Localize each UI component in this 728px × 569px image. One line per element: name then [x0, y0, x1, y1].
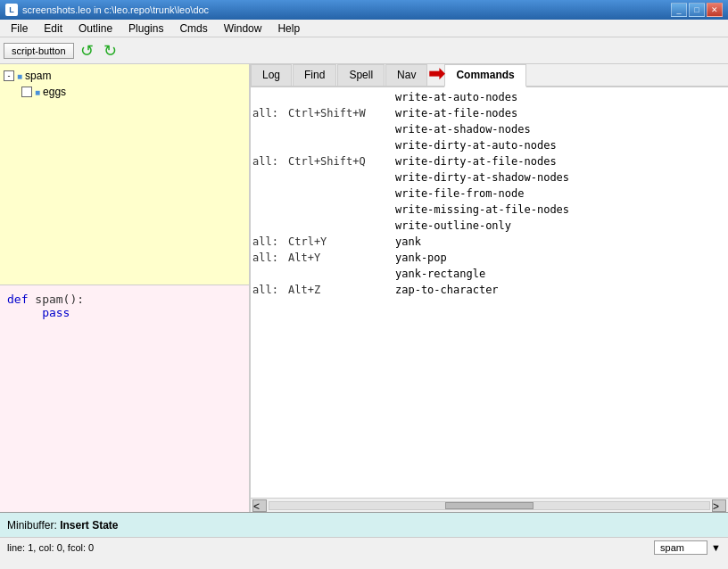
- close-button[interactable]: ✕: [707, 3, 723, 17]
- cmd-name: write-missing-at-file-nodes: [395, 202, 569, 218]
- scrollbar-thumb[interactable]: [445, 502, 534, 509]
- cmd-mode: all:: [252, 105, 288, 121]
- cmd-mode: [252, 169, 288, 186]
- body-line-2: pass: [7, 306, 242, 319]
- scroll-left-btn[interactable]: <: [252, 499, 267, 512]
- tree-node-spam[interactable]: - ■ spam: [4, 68, 245, 84]
- left-panel: - ■ spam ■ eggs def spam(): pass: [0, 64, 250, 512]
- command-row[interactable]: all:Ctrl+Shift+Qwrite-dirty-at-file-node…: [252, 153, 726, 169]
- tab-nav[interactable]: Nav: [385, 64, 427, 86]
- command-row[interactable]: write-file-from-node: [252, 186, 726, 202]
- command-row[interactable]: all:Ctrl+Shift+Wwrite-at-file-nodes: [252, 105, 726, 121]
- title-bar-text: screenshots.leo in c:\leo.repo\trunk\leo…: [22, 4, 209, 15]
- cmd-key: [288, 186, 395, 202]
- cmd-name: write-at-shadow-nodes: [395, 121, 531, 137]
- cmd-mode: [252, 186, 288, 202]
- cmd-mode: all:: [252, 234, 288, 250]
- minimize-button[interactable]: _: [671, 3, 687, 17]
- body-indent: [7, 306, 35, 319]
- tab-spell[interactable]: Spell: [337, 64, 385, 86]
- keyword-def: def: [7, 293, 28, 306]
- menu-cmds[interactable]: Cmds: [172, 21, 214, 37]
- menu-outline[interactable]: Outline: [71, 21, 120, 37]
- cmd-key: [288, 89, 395, 105]
- tab-commands[interactable]: Commands: [444, 64, 525, 87]
- title-bar-controls[interactable]: _ □ ✕: [671, 3, 723, 17]
- cmd-name: yank-rectangle: [395, 266, 485, 282]
- cmd-mode: all:: [252, 153, 288, 169]
- cmd-mode: all:: [252, 250, 288, 266]
- commands-list: write-at-auto-nodesall:Ctrl+Shift+Wwrite…: [252, 89, 726, 298]
- status-scroll-indicator: ▼: [711, 542, 721, 553]
- status-position: line: 1, col: 0, fcol: 0: [7, 542, 94, 553]
- forward-button[interactable]: ↻: [101, 41, 120, 61]
- cmd-mode: [252, 266, 288, 282]
- cmd-key: [288, 137, 395, 153]
- menu-plugins[interactable]: Plugins: [121, 21, 170, 37]
- menu-file[interactable]: File: [4, 21, 35, 37]
- command-row[interactable]: write-dirty-at-shadow-nodes: [252, 169, 726, 186]
- command-row[interactable]: yank-rectangle: [252, 266, 726, 282]
- maximize-button[interactable]: □: [689, 3, 705, 17]
- cmd-key: Alt+Y: [288, 250, 395, 266]
- commands-panel[interactable]: write-at-auto-nodesall:Ctrl+Shift+Wwrite…: [251, 87, 728, 498]
- back-button[interactable]: ↺: [78, 41, 97, 61]
- status-bar: line: 1, col: 0, fcol: 0 spam ▼: [0, 537, 728, 557]
- scroll-right-btn[interactable]: >: [712, 499, 726, 512]
- command-row[interactable]: write-at-shadow-nodes: [252, 121, 726, 137]
- tab-find[interactable]: Find: [293, 64, 336, 86]
- status-right: spam ▼: [654, 540, 721, 555]
- command-row[interactable]: write-outline-only: [252, 218, 726, 234]
- tree-area[interactable]: - ■ spam ■ eggs: [0, 64, 249, 285]
- command-row[interactable]: write-at-auto-nodes: [252, 89, 726, 105]
- status-name: spam: [654, 540, 707, 555]
- cmd-name: yank-pop: [395, 250, 447, 266]
- cmd-mode: [252, 89, 288, 105]
- cmd-name: write-at-auto-nodes: [395, 89, 517, 105]
- tree-expander-spam[interactable]: -: [4, 70, 14, 81]
- app-icon: L: [5, 4, 18, 16]
- cmd-mode: [252, 137, 288, 153]
- command-row[interactable]: all:Ctrl+Yyank: [252, 234, 726, 250]
- cmd-name: write-dirty-at-shadow-nodes: [395, 169, 569, 186]
- keyword-pass: pass: [42, 306, 70, 319]
- cmd-key: Ctrl+Shift+W: [288, 105, 395, 121]
- minibuffer-value: Insert State: [60, 519, 118, 532]
- cmd-mode: all:: [252, 282, 288, 298]
- command-row[interactable]: write-dirty-at-auto-nodes: [252, 137, 726, 153]
- body-area[interactable]: def spam(): pass: [0, 285, 249, 513]
- menu-edit[interactable]: Edit: [37, 21, 70, 37]
- tree-expander-eggs[interactable]: [21, 87, 32, 97]
- cmd-name: write-outline-only: [395, 218, 511, 234]
- cmd-mode: [252, 202, 288, 218]
- tree-label-spam: spam: [25, 70, 51, 82]
- title-bar: L screenshots.leo in c:\leo.repo\trunk\l…: [0, 0, 728, 20]
- menu-bar: File Edit Outline Plugins Cmds Window He…: [0, 20, 728, 37]
- toolbar: script-button ↺ ↻: [0, 37, 728, 64]
- body-code-1: spam():: [35, 293, 84, 306]
- menu-window[interactable]: Window: [217, 21, 269, 37]
- cmd-mode: [252, 218, 288, 234]
- cmd-key: [288, 218, 395, 234]
- body-line-1: def spam():: [7, 293, 242, 306]
- tree-icon-spam: ■: [17, 71, 22, 81]
- command-row[interactable]: all:Alt+Yyank-pop: [252, 250, 726, 266]
- cmd-name: write-file-from-node: [395, 186, 525, 202]
- cmd-key: Alt+Z: [288, 282, 395, 298]
- tabs-bar: Log Find Spell Nav ➡Commands: [251, 64, 728, 87]
- tree-node-eggs[interactable]: ■ eggs: [21, 84, 245, 100]
- minibuffer: Minibuffer: Insert State: [0, 512, 728, 537]
- command-row[interactable]: all:Alt+Zzap-to-character: [252, 282, 726, 298]
- cmd-name: write-dirty-at-file-nodes: [395, 153, 557, 169]
- scrollbar-track[interactable]: [269, 501, 710, 510]
- title-bar-left: L screenshots.leo in c:\leo.repo\trunk\l…: [5, 4, 209, 16]
- horizontal-scrollbar[interactable]: < >: [251, 498, 728, 512]
- cmd-key: Ctrl+Y: [288, 234, 395, 250]
- cmd-key: [288, 266, 395, 282]
- tab-log[interactable]: Log: [251, 64, 292, 86]
- menu-help[interactable]: Help: [270, 21, 307, 37]
- cmd-key: [288, 121, 395, 137]
- command-row[interactable]: write-missing-at-file-nodes: [252, 202, 726, 218]
- script-button[interactable]: script-button: [4, 43, 74, 59]
- cmd-name: write-dirty-at-auto-nodes: [395, 137, 557, 153]
